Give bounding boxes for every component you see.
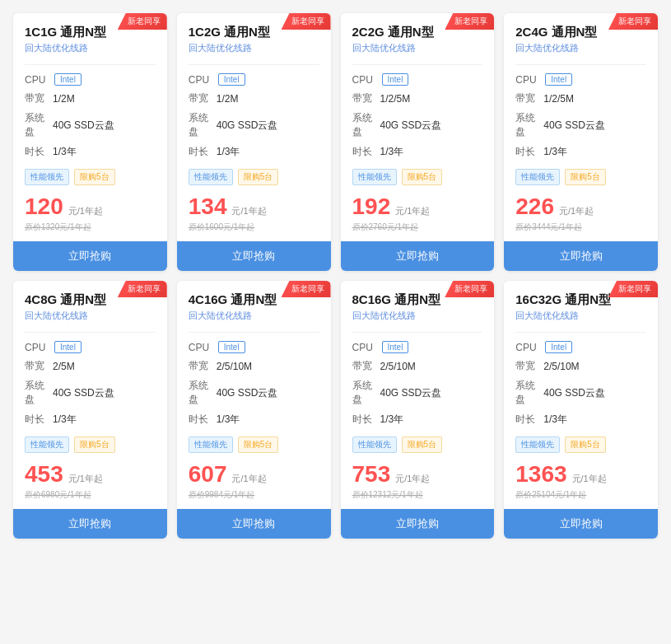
cpu-label-4c16g: CPU [189, 342, 217, 353]
disk-label-2c4g: 系统盘 [515, 111, 543, 139]
cpu-label-1c2g: CPU [189, 74, 217, 86]
spec-cpu-2c4g: CPU Intel [515, 73, 646, 86]
cpu-brand-1c2g: Intel [218, 73, 245, 86]
card-divider-1c1g [25, 64, 156, 65]
price-unit-1c1g: 元/1年起 [68, 205, 103, 217]
cpu-label-2c2g: CPU [352, 74, 380, 86]
tags-4c16g: 性能领先 限购5台 [189, 436, 319, 453]
duration-value-2c2g: 1/3年 [380, 145, 404, 159]
tag-perf-8c16g: 性能领先 [352, 436, 397, 453]
bandwidth-value-1c2g: 1/2M [217, 93, 239, 105]
price-unit-1c2g: 元/1年起 [231, 205, 266, 217]
bandwidth-label-4c8g: 带宽 [25, 359, 53, 373]
price-original-1c2g: 原价1600元/1年起 [189, 222, 319, 233]
price-row-4c16g: 607 元/1年起 [189, 461, 319, 488]
tags-1c2g: 性能领先 限购5台 [189, 169, 319, 185]
tag-perf-4c8g: 性能领先 [25, 436, 69, 453]
price-main-1c1g: 120 [25, 194, 63, 220]
price-main-4c16g: 607 [189, 461, 227, 488]
bandwidth-value-4c16g: 2/5/10M [217, 361, 252, 372]
disk-value-1c1g: 40G SSD云盘 [53, 119, 114, 133]
spec-bandwidth-4c8g: 带宽 2/5M [25, 359, 156, 373]
price-unit-4c16g: 元/1年起 [231, 473, 266, 485]
tags-8c16g: 性能领先 限购5台 [352, 436, 483, 453]
tags-4c8g: 性能领先 限购5台 [25, 436, 156, 453]
bandwidth-label-8c16g: 带宽 [352, 359, 380, 373]
card-badge-2c2g: 新老同享 [445, 13, 494, 30]
spec-duration-2c2g: 时长 1/3年 [352, 145, 483, 159]
buy-button-4c16g[interactable]: 立即抢购 [177, 509, 331, 539]
buy-button-16c32g[interactable]: 立即抢购 [504, 509, 658, 539]
spec-disk-8c16g: 系统盘 40G SSD云盘 [352, 379, 483, 407]
duration-value-2c4g: 1/3年 [543, 145, 567, 159]
bandwidth-label-4c16g: 带宽 [189, 359, 217, 373]
card-row-1: 新老同享 4C8G 通用N型 回大陆优化线路 CPU Intel 带宽 2/5M… [13, 281, 658, 539]
card-row-0: 新老同享 1C1G 通用N型 回大陆优化线路 CPU Intel 带宽 1/2M… [13, 13, 658, 271]
buy-button-2c4g[interactable]: 立即抢购 [504, 241, 658, 271]
tag-perf-1c1g: 性能领先 [25, 169, 69, 185]
card-divider-16c32g [515, 332, 646, 333]
spec-bandwidth-1c2g: 带宽 1/2M [189, 91, 319, 105]
cpu-label-8c16g: CPU [352, 342, 380, 353]
disk-value-2c2g: 40G SSD云盘 [380, 119, 442, 133]
card-subtitle-8c16g: 回大陆优化线路 [352, 310, 483, 322]
buy-button-2c2g[interactable]: 立即抢购 [341, 241, 495, 271]
tag-perf-16c32g: 性能领先 [515, 436, 560, 453]
card-subtitle-1c2g: 回大陆优化线路 [189, 42, 319, 54]
price-main-2c2g: 192 [352, 194, 391, 220]
bandwidth-value-8c16g: 2/5/10M [380, 361, 416, 372]
price-main-1c2g: 134 [189, 194, 227, 220]
tag-perf-1c2g: 性能领先 [189, 169, 233, 185]
spec-cpu-4c16g: CPU Intel [189, 341, 319, 353]
card-divider-2c4g [515, 64, 646, 65]
price-unit-2c4g: 元/1年起 [559, 205, 594, 217]
spec-duration-1c2g: 时长 1/3年 [189, 145, 319, 159]
disk-label-1c1g: 系统盘 [25, 111, 53, 139]
duration-value-4c8g: 1/3年 [53, 413, 77, 427]
price-row-1c2g: 134 元/1年起 [189, 194, 319, 220]
tag-limit-4c16g: 限购5台 [238, 436, 279, 453]
bandwidth-value-2c2g: 1/2/5M [380, 93, 411, 105]
spec-disk-16c32g: 系统盘 40G SSD云盘 [515, 379, 646, 407]
card-4c16g: 新老同享 4C16G 通用N型 回大陆优化线路 CPU Intel 带宽 2/5… [177, 281, 331, 539]
tag-limit-1c2g: 限购5台 [238, 169, 279, 185]
tag-perf-2c2g: 性能领先 [352, 169, 397, 185]
disk-label-4c8g: 系统盘 [25, 379, 53, 407]
spec-bandwidth-16c32g: 带宽 2/5/10M [515, 359, 646, 373]
spec-disk-1c1g: 系统盘 40G SSD云盘 [25, 111, 156, 139]
duration-value-1c1g: 1/3年 [53, 145, 77, 159]
spec-disk-2c4g: 系统盘 40G SSD云盘 [515, 111, 646, 139]
bandwidth-label-1c1g: 带宽 [25, 91, 53, 105]
card-badge-1c1g: 新老同享 [118, 13, 167, 30]
price-unit-2c2g: 元/1年起 [395, 205, 430, 217]
duration-label-4c8g: 时长 [25, 413, 53, 427]
price-unit-16c32g: 元/1年起 [572, 473, 607, 485]
card-16c32g: 新老同享 16C32G 通用N型 回大陆优化线路 CPU Intel 带宽 2/… [504, 281, 658, 539]
tag-limit-1c1g: 限购5台 [74, 169, 115, 185]
cpu-brand-2c2g: Intel [382, 73, 409, 86]
disk-label-1c2g: 系统盘 [189, 111, 217, 139]
spec-cpu-4c8g: CPU Intel [25, 341, 156, 353]
price-original-2c2g: 原价2760元/1年起 [352, 222, 483, 233]
price-original-4c8g: 原价6980元/1年起 [25, 489, 156, 501]
disk-label-2c2g: 系统盘 [352, 111, 380, 139]
price-unit-8c16g: 元/1年起 [395, 473, 430, 485]
buy-button-4c8g[interactable]: 立即抢购 [13, 509, 167, 539]
card-1c2g: 新老同享 1C2G 通用N型 回大陆优化线路 CPU Intel 带宽 1/2M… [177, 13, 331, 271]
spec-duration-2c4g: 时长 1/3年 [515, 145, 646, 159]
buy-button-8c16g[interactable]: 立即抢购 [341, 509, 495, 539]
card-8c16g: 新老同享 8C16G 通用N型 回大陆优化线路 CPU Intel 带宽 2/5… [341, 281, 495, 539]
price-row-16c32g: 1363 元/1年起 [515, 461, 646, 488]
buy-button-1c1g[interactable]: 立即抢购 [13, 241, 167, 271]
price-main-2c4g: 226 [515, 194, 554, 220]
card-subtitle-4c16g: 回大陆优化线路 [189, 310, 319, 322]
disk-value-4c16g: 40G SSD云盘 [217, 386, 278, 400]
spec-duration-8c16g: 时长 1/3年 [352, 413, 483, 427]
disk-value-1c2g: 40G SSD云盘 [217, 119, 278, 133]
card-divider-4c16g [189, 332, 319, 333]
tag-perf-4c16g: 性能领先 [189, 436, 233, 453]
bandwidth-value-4c8g: 2/5M [53, 361, 75, 372]
cpu-brand-4c8g: Intel [54, 341, 82, 353]
bandwidth-value-16c32g: 2/5/10M [543, 361, 579, 372]
buy-button-1c2g[interactable]: 立即抢购 [177, 241, 331, 271]
